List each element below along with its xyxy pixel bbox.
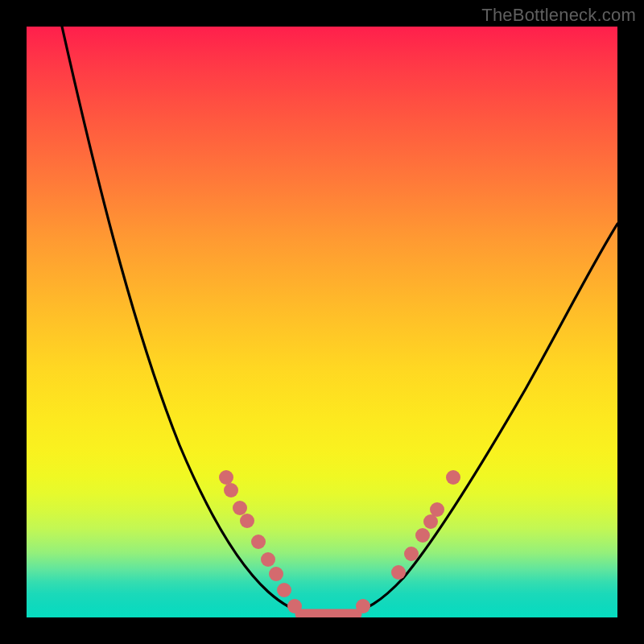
svg-point-4 bbox=[251, 535, 266, 549]
dots-left bbox=[219, 470, 302, 613]
watermark-text: TheBottleneck.com bbox=[481, 5, 636, 26]
svg-point-0 bbox=[219, 470, 233, 485]
svg-point-8 bbox=[287, 599, 302, 613]
svg-point-10 bbox=[391, 565, 406, 580]
svg-point-5 bbox=[261, 552, 275, 567]
svg-point-6 bbox=[269, 567, 283, 581]
svg-point-14 bbox=[430, 502, 444, 517]
svg-point-3 bbox=[240, 514, 254, 528]
svg-point-11 bbox=[404, 547, 419, 561]
svg-point-15 bbox=[446, 470, 460, 485]
svg-point-9 bbox=[356, 599, 370, 613]
dots-right bbox=[356, 470, 460, 613]
curve-left bbox=[62, 27, 308, 613]
svg-point-1 bbox=[224, 483, 238, 497]
chart-plot-area bbox=[27, 27, 617, 617]
svg-point-2 bbox=[233, 501, 247, 515]
chart-svg bbox=[27, 27, 617, 617]
svg-point-12 bbox=[415, 528, 430, 543]
svg-point-7 bbox=[277, 583, 291, 597]
curve-right bbox=[349, 224, 617, 613]
